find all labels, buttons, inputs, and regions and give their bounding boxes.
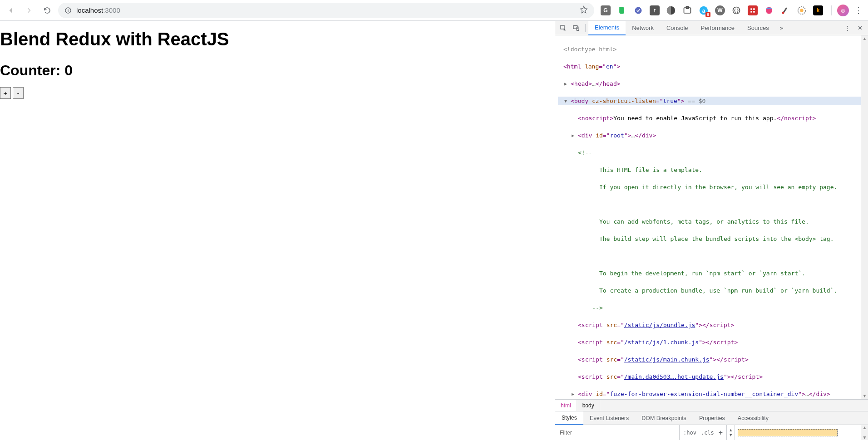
more-tabs-icon[interactable]: » <box>775 22 788 34</box>
caret-icon[interactable] <box>572 390 574 398</box>
dom-row[interactable]: <html lang="en"> <box>558 62 861 71</box>
dom-row[interactable]: The build step will place the bundled sc… <box>558 235 861 243</box>
tab-network[interactable]: Network <box>626 21 660 35</box>
back-button[interactable] <box>4 3 18 18</box>
styles-toggles: :hov .cls + <box>680 425 727 440</box>
extension-icon[interactable] <box>633 5 643 15</box>
styles-tabs: Styles Event Listeners DOM Breakpoints P… <box>555 411 868 425</box>
dom-row[interactable]: <script src="/main.da0d503….hot-update.j… <box>558 372 861 381</box>
page-content: Blend Redux with ReactJS Counter: 0 + - <box>0 21 555 440</box>
svg-rect-2 <box>68 10 68 12</box>
svg-rect-14 <box>753 8 755 10</box>
extension-icon[interactable] <box>780 5 790 15</box>
arrow-right-icon <box>25 6 33 15</box>
decrement-button[interactable]: - <box>13 87 24 99</box>
caret-icon[interactable] <box>572 131 574 140</box>
extension-icon[interactable] <box>748 5 758 15</box>
tab-performance[interactable]: Performance <box>695 21 741 35</box>
chrome-menu-button[interactable]: ⋮ <box>853 5 864 15</box>
dom-row[interactable]: This HTML file is a template. <box>558 166 861 174</box>
extension-icon[interactable]: k <box>813 5 823 15</box>
reload-button[interactable] <box>40 3 54 18</box>
styles-body: :hov .cls + ▲▼ ▲▼ <box>555 425 868 440</box>
site-info-icon[interactable] <box>64 7 72 14</box>
dom-row[interactable]: <script src="/static/js/1.chunk.js"></sc… <box>558 338 861 347</box>
extension-icon[interactable]: G <box>601 5 611 15</box>
dom-row[interactable] <box>558 200 861 209</box>
dom-row[interactable]: <head>…</head> <box>558 79 861 88</box>
tab-sources[interactable]: Sources <box>741 21 775 35</box>
elements-tree[interactable]: <!doctype html> <html lang="en"> <head>…… <box>555 35 861 399</box>
svg-text:a: a <box>702 7 705 14</box>
caret-icon[interactable] <box>564 97 567 105</box>
device-toolbar-icon[interactable] <box>570 22 582 34</box>
dom-row[interactable]: <div id="fuze-for-browser-extension-dial… <box>558 390 861 398</box>
breadcrumb-body[interactable]: body <box>577 400 600 411</box>
bookmark-star-icon[interactable] <box>580 5 588 15</box>
svg-rect-13 <box>750 8 752 10</box>
extension-icon[interactable] <box>797 5 807 15</box>
evernote-icon[interactable] <box>617 5 627 15</box>
scrollbar[interactable] <box>861 35 868 399</box>
dom-row[interactable]: You can add webfonts, meta tags, or anal… <box>558 217 861 226</box>
box-model-preview <box>735 425 861 440</box>
dom-row[interactable] <box>558 252 861 260</box>
inspect-element-icon[interactable] <box>557 22 570 34</box>
extension-icon[interactable] <box>650 5 660 15</box>
extension-icon[interactable] <box>764 5 774 15</box>
page-heading: Blend Redux with ReactJS <box>0 29 555 49</box>
svg-point-1 <box>68 9 69 10</box>
dom-breadcrumb: html body <box>555 399 868 411</box>
devtools-close-icon[interactable]: ✕ <box>853 22 866 34</box>
counter-value: 0 <box>64 62 73 78</box>
extension-badge: 6 <box>705 12 710 17</box>
devtools-menu-icon[interactable]: ⋮ <box>841 22 853 34</box>
counter-buttons: + - <box>0 87 555 99</box>
arrow-left-icon <box>7 6 15 15</box>
extension-icon[interactable]: W <box>715 5 725 15</box>
tab-dom-breakpoints[interactable]: DOM Breakpoints <box>635 411 693 425</box>
cls-toggle[interactable]: .cls <box>701 430 714 436</box>
box-model-margin <box>738 429 838 436</box>
extension-icon[interactable]: a 6 <box>699 5 709 15</box>
tab-event-listeners[interactable]: Event Listeners <box>583 411 635 425</box>
tab-accessibility[interactable]: Accessibility <box>731 411 775 425</box>
new-style-rule-button[interactable]: + <box>719 429 723 437</box>
tab-elements[interactable]: Elements <box>588 21 626 35</box>
extension-icon[interactable] <box>682 5 692 15</box>
dom-row[interactable]: <script src="/static/js/main.chunk.js"><… <box>558 355 861 364</box>
tab-console[interactable]: Console <box>660 21 695 35</box>
dom-row[interactable]: --> <box>558 303 861 312</box>
dom-row[interactable]: <!-- <box>558 148 861 157</box>
extension-icon[interactable] <box>666 5 676 15</box>
tab-properties[interactable]: Properties <box>693 411 731 425</box>
svg-rect-16 <box>753 11 755 13</box>
dom-row[interactable]: <!doctype html> <box>558 45 861 54</box>
dom-row[interactable]: To create a production bundle, use `npm … <box>558 286 861 295</box>
dom-row[interactable]: <noscript>You need to enable JavaScript … <box>558 114 861 122</box>
tab-styles[interactable]: Styles <box>555 411 583 425</box>
extensions-area: G a 6 W { } <box>598 5 826 15</box>
dom-row[interactable]: If you open it directly in the browser, … <box>558 183 861 191</box>
caret-icon[interactable] <box>564 79 567 88</box>
reload-icon <box>43 6 51 15</box>
svg-text:{ }: { } <box>734 8 739 13</box>
dom-row[interactable]: <script src="/static/js/bundle.js"></scr… <box>558 321 861 329</box>
browser-toolbar: localhost:3000 G a 6 W { } <box>0 0 868 21</box>
forward-button[interactable] <box>22 3 36 18</box>
styles-updown-icon[interactable]: ▲▼ <box>727 425 735 440</box>
extension-icon[interactable]: { } <box>731 5 741 15</box>
breadcrumb-html[interactable]: html <box>555 400 577 411</box>
dom-row[interactable]: <div id="root">…</div> <box>558 131 861 140</box>
dom-row-selected[interactable]: ⋯<body cz-shortcut-listen="true"> == $0 <box>558 97 861 105</box>
scrollbar[interactable]: ▲▼ <box>861 425 868 440</box>
devtools-panel: Elements Network Console Performance Sou… <box>555 21 868 440</box>
url-text: localhost:3000 <box>76 6 120 14</box>
hov-toggle[interactable]: :hov <box>683 430 696 436</box>
svg-rect-15 <box>750 11 752 13</box>
dom-row[interactable]: To begin the development, run `npm start… <box>558 269 861 278</box>
profile-avatar[interactable]: ☺ <box>837 5 849 16</box>
increment-button[interactable]: + <box>0 87 11 99</box>
styles-filter-input[interactable] <box>559 429 676 436</box>
address-bar[interactable]: localhost:3000 <box>58 3 594 18</box>
